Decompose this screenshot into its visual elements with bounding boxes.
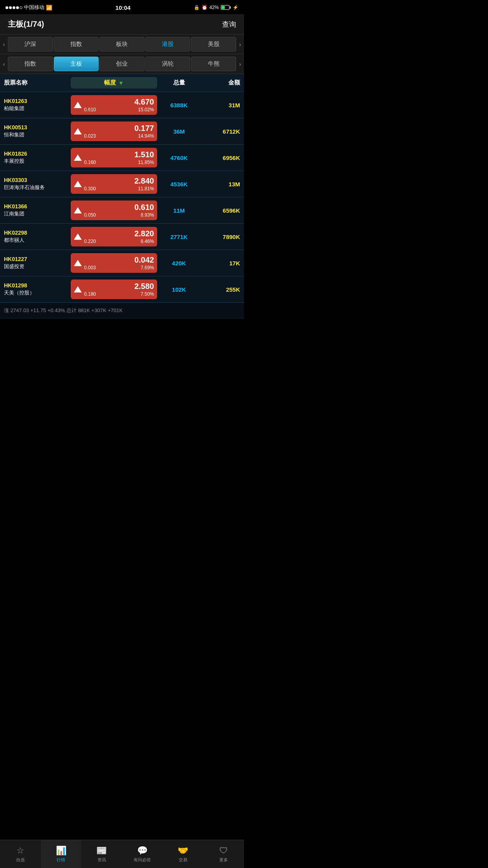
battery-cap — [230, 6, 231, 9]
stock-volume: 102K — [157, 286, 201, 293]
price-main: 0.177 — [84, 124, 154, 133]
stock-info: HK01227 国盛投资 — [4, 256, 71, 270]
dot-2 — [9, 6, 12, 9]
stock-name: 丰展控股 — [4, 158, 71, 165]
stock-row[interactable]: HK01366 江南集团 0.610 0.050 8.93% 11M 6596K — [0, 197, 244, 224]
stock-row[interactable]: HK01263 柏能集团 4.670 0.610 15.02% 6388K 31… — [0, 92, 244, 118]
th-volume: 总量 — [157, 79, 201, 86]
price-sub: 0.160 11.85% — [84, 160, 154, 165]
stock-name: 天美（控股） — [4, 289, 71, 296]
status-time: 10:04 — [116, 4, 130, 11]
price-sub: 0.050 8.93% — [84, 212, 154, 218]
subnav-right-arrow[interactable]: › — [236, 61, 244, 67]
stock-row[interactable]: HK01826 丰展控股 1.510 0.160 11.85% 4760K 69… — [0, 145, 244, 171]
up-arrow-icon — [74, 102, 82, 108]
price-details: 0.177 0.023 14.94% — [84, 124, 154, 139]
wifi-icon: 📶 — [46, 5, 52, 11]
signal-dots — [6, 6, 22, 9]
stock-name: 国盛投资 — [4, 263, 71, 270]
price-details: 4.670 0.610 15.02% — [84, 97, 154, 112]
nav-row-1: ‹ 沪深指数板块港股美股 › — [0, 35, 244, 54]
battery-icon — [221, 5, 231, 10]
stock-row[interactable]: HK02298 都市丽人 2.820 0.220 8.46% 2771K 789… — [0, 224, 244, 250]
stock-code: HK01826 — [4, 151, 71, 157]
stock-name: 恒和集团 — [4, 131, 71, 138]
status-left: 中国移动 📶 — [6, 4, 52, 11]
stock-price-box: 1.510 0.160 11.85% — [71, 148, 157, 167]
subnav-tab-指数[interactable]: 指数 — [8, 57, 53, 71]
stock-info: HK03303 巨涛海洋石油服务 — [4, 177, 71, 191]
stock-name: 都市丽人 — [4, 237, 71, 244]
price-change: 0.610 — [84, 107, 96, 112]
charging-icon: ⚡ — [233, 5, 238, 10]
stock-volume: 4536K — [157, 181, 201, 188]
stock-code: HK01263 — [4, 98, 71, 104]
dot-3 — [13, 6, 15, 9]
th-change[interactable]: 幅度 ▼ — [71, 77, 157, 88]
stock-price-box: 0.177 0.023 14.94% — [71, 121, 157, 141]
up-arrow-icon — [74, 234, 82, 240]
stock-amount: 31M — [201, 102, 240, 108]
stock-info: HK02298 都市丽人 — [4, 230, 71, 244]
price-change: 0.023 — [84, 133, 96, 139]
stock-row[interactable]: HK03303 巨涛海洋石油服务 2.840 0.300 11.81% 4536… — [0, 171, 244, 197]
stock-volume: 2771K — [157, 234, 201, 240]
price-main: 2.580 — [84, 282, 154, 291]
dot-1 — [6, 6, 8, 9]
price-pct: 11.85% — [138, 160, 154, 165]
up-arrow-icon — [74, 260, 82, 266]
query-button[interactable]: 查询 — [222, 20, 236, 29]
price-sub: 0.023 14.94% — [84, 133, 154, 139]
nav-tab-板块[interactable]: 板块 — [99, 37, 145, 51]
price-details: 2.840 0.300 11.81% — [84, 177, 154, 191]
nav-tab-港股[interactable]: 港股 — [145, 37, 191, 51]
battery-fill — [222, 6, 225, 9]
battery-pct: 42% — [209, 5, 219, 10]
th-amount: 金额 — [201, 79, 240, 86]
price-pct: 7.69% — [141, 265, 154, 270]
stock-row[interactable]: HK00513 恒和集团 0.177 0.023 14.94% 36M 6712… — [0, 118, 244, 145]
subnav-tab-主板[interactable]: 主板 — [54, 57, 99, 71]
price-main: 0.610 — [84, 203, 154, 212]
subnav-tab-涡轮[interactable]: 涡轮 — [145, 57, 191, 71]
nav-tabs: 沪深指数板块港股美股 — [8, 37, 236, 51]
stock-name: 柏能集团 — [4, 105, 71, 112]
price-sub: 0.220 8.46% — [84, 239, 154, 244]
price-details: 0.042 0.003 7.69% — [84, 256, 154, 270]
battery-body — [221, 5, 229, 10]
stock-row[interactable]: HK01227 国盛投资 0.042 0.003 7.69% 420K 17K — [0, 250, 244, 276]
stock-code: HK00513 — [4, 124, 71, 131]
price-main: 2.820 — [84, 229, 154, 238]
subnav-tab-创业[interactable]: 创业 — [99, 57, 145, 71]
nav-tab-沪深[interactable]: 沪深 — [8, 37, 53, 51]
stock-volume: 4760K — [157, 154, 201, 161]
price-details: 1.510 0.160 11.85% — [84, 150, 154, 165]
price-pct: 7.50% — [141, 291, 154, 297]
stock-amount: 17K — [201, 260, 240, 267]
stock-info: HK01263 柏能集团 — [4, 98, 71, 112]
stock-price-box: 0.042 0.003 7.69% — [71, 253, 157, 273]
price-details: 2.820 0.220 8.46% — [84, 229, 154, 244]
nav-right-arrow[interactable]: › — [236, 41, 244, 48]
carrier-label: 中国移动 — [24, 4, 44, 11]
price-details: 0.610 0.050 8.93% — [84, 203, 154, 218]
price-change: 0.180 — [84, 291, 96, 297]
partial-text: 涨 2747.03 +11.75 +0.43% 总计 881K +307K +7… — [4, 307, 123, 314]
alarm-icon: ⏰ — [202, 5, 207, 10]
subnav-left-arrow[interactable]: ‹ — [0, 61, 8, 67]
dot-4 — [16, 6, 19, 9]
price-pct: 14.94% — [138, 133, 154, 139]
price-pct: 8.93% — [141, 212, 154, 218]
stock-amount: 6596K — [201, 207, 240, 214]
stock-code: HK03303 — [4, 177, 71, 183]
stock-row[interactable]: HK01298 天美（控股） 2.580 0.180 7.50% 102K 25… — [0, 276, 244, 303]
status-right: 🔒 ⏰ 42% ⚡ — [194, 5, 238, 10]
stock-info: HK01826 丰展控股 — [4, 151, 71, 165]
price-sub: 0.300 11.81% — [84, 186, 154, 191]
stock-info: HK00513 恒和集团 — [4, 124, 71, 138]
up-arrow-icon — [74, 154, 82, 161]
nav-tab-指数[interactable]: 指数 — [54, 37, 99, 51]
subnav-tab-牛熊[interactable]: 牛熊 — [191, 57, 236, 71]
nav-left-arrow[interactable]: ‹ — [0, 41, 8, 48]
nav-tab-美股[interactable]: 美股 — [191, 37, 236, 51]
